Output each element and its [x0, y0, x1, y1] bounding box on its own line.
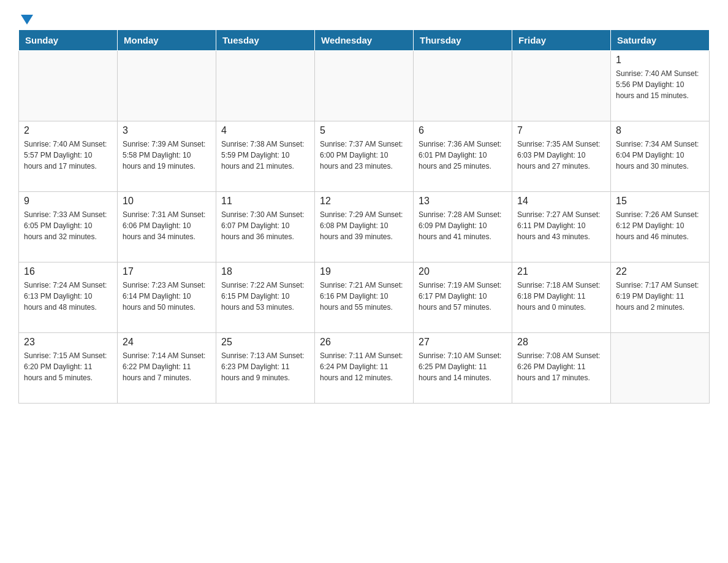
- calendar-cell: 9Sunrise: 7:33 AM Sunset: 6:05 PM Daylig…: [19, 192, 118, 262]
- day-info: Sunrise: 7:24 AM Sunset: 6:13 PM Dayligh…: [24, 280, 112, 313]
- calendar-cell: 26Sunrise: 7:11 AM Sunset: 6:24 PM Dayli…: [315, 333, 414, 404]
- calendar-cell: 27Sunrise: 7:10 AM Sunset: 6:25 PM Dayli…: [414, 333, 512, 404]
- calendar-cell: 12Sunrise: 7:29 AM Sunset: 6:08 PM Dayli…: [315, 192, 414, 262]
- calendar-cell: 20Sunrise: 7:19 AM Sunset: 6:17 PM Dayli…: [414, 262, 512, 333]
- calendar-cell: 28Sunrise: 7:08 AM Sunset: 6:26 PM Dayli…: [512, 333, 611, 404]
- calendar-cell: [315, 51, 414, 121]
- calendar-cell: 13Sunrise: 7:28 AM Sunset: 6:09 PM Dayli…: [414, 192, 512, 262]
- day-of-week-header: Wednesday: [315, 30, 414, 51]
- calendar-cell: 22Sunrise: 7:17 AM Sunset: 6:19 PM Dayli…: [611, 262, 710, 333]
- calendar-week-row: 23Sunrise: 7:15 AM Sunset: 6:20 PM Dayli…: [19, 333, 710, 404]
- day-info: Sunrise: 7:40 AM Sunset: 5:57 PM Dayligh…: [24, 139, 112, 172]
- day-number: 22: [616, 266, 704, 277]
- day-info: Sunrise: 7:13 AM Sunset: 6:23 PM Dayligh…: [221, 350, 309, 383]
- day-info: Sunrise: 7:23 AM Sunset: 6:14 PM Dayligh…: [123, 280, 211, 313]
- calendar-cell: 7Sunrise: 7:35 AM Sunset: 6:03 PM Daylig…: [512, 121, 611, 192]
- calendar-cell: 19Sunrise: 7:21 AM Sunset: 6:16 PM Dayli…: [315, 262, 414, 333]
- day-number: 11: [221, 196, 309, 207]
- day-number: 16: [24, 266, 112, 277]
- day-number: 18: [221, 266, 309, 277]
- calendar-cell: 3Sunrise: 7:39 AM Sunset: 5:58 PM Daylig…: [118, 121, 216, 192]
- day-number: 6: [419, 125, 507, 136]
- calendar-cell: [414, 51, 512, 121]
- day-number: 12: [320, 196, 408, 207]
- calendar-week-row: 1Sunrise: 7:40 AM Sunset: 5:56 PM Daylig…: [19, 51, 710, 121]
- day-of-week-header: Monday: [118, 30, 216, 51]
- calendar-cell: [19, 51, 118, 121]
- calendar-cell: [611, 333, 710, 404]
- page-header: [18, 12, 710, 23]
- day-info: Sunrise: 7:28 AM Sunset: 6:09 PM Dayligh…: [419, 209, 507, 242]
- day-number: 9: [24, 196, 112, 207]
- day-info: Sunrise: 7:34 AM Sunset: 6:04 PM Dayligh…: [616, 139, 704, 172]
- day-number: 26: [320, 337, 408, 348]
- day-info: Sunrise: 7:40 AM Sunset: 5:56 PM Dayligh…: [616, 68, 704, 101]
- calendar-cell: 25Sunrise: 7:13 AM Sunset: 6:23 PM Dayli…: [216, 333, 315, 404]
- calendar-week-row: 16Sunrise: 7:24 AM Sunset: 6:13 PM Dayli…: [19, 262, 710, 333]
- calendar-cell: 11Sunrise: 7:30 AM Sunset: 6:07 PM Dayli…: [216, 192, 315, 262]
- day-number: 7: [517, 125, 605, 136]
- day-info: Sunrise: 7:39 AM Sunset: 5:58 PM Dayligh…: [123, 139, 211, 172]
- calendar-header-row: SundayMondayTuesdayWednesdayThursdayFrid…: [19, 30, 710, 51]
- day-number: 1: [616, 55, 704, 66]
- calendar-cell: [118, 51, 216, 121]
- day-number: 21: [517, 266, 605, 277]
- calendar-cell: 23Sunrise: 7:15 AM Sunset: 6:20 PM Dayli…: [19, 333, 118, 404]
- day-info: Sunrise: 7:10 AM Sunset: 6:25 PM Dayligh…: [419, 350, 507, 383]
- calendar-week-row: 9Sunrise: 7:33 AM Sunset: 6:05 PM Daylig…: [19, 192, 710, 262]
- calendar-cell: 1Sunrise: 7:40 AM Sunset: 5:56 PM Daylig…: [611, 51, 710, 121]
- day-info: Sunrise: 7:35 AM Sunset: 6:03 PM Dayligh…: [517, 139, 605, 172]
- calendar-cell: [216, 51, 315, 121]
- calendar-cell: 10Sunrise: 7:31 AM Sunset: 6:06 PM Dayli…: [118, 192, 216, 262]
- calendar-cell: [512, 51, 611, 121]
- calendar-cell: 4Sunrise: 7:38 AM Sunset: 5:59 PM Daylig…: [216, 121, 315, 192]
- day-info: Sunrise: 7:27 AM Sunset: 6:11 PM Dayligh…: [517, 209, 605, 242]
- day-info: Sunrise: 7:36 AM Sunset: 6:01 PM Dayligh…: [419, 139, 507, 172]
- calendar-cell: 5Sunrise: 7:37 AM Sunset: 6:00 PM Daylig…: [315, 121, 414, 192]
- calendar-table: SundayMondayTuesdayWednesdayThursdayFrid…: [18, 29, 710, 404]
- calendar-week-row: 2Sunrise: 7:40 AM Sunset: 5:57 PM Daylig…: [19, 121, 710, 192]
- logo-triangle-icon: [21, 15, 33, 25]
- day-number: 5: [320, 125, 408, 136]
- day-info: Sunrise: 7:11 AM Sunset: 6:24 PM Dayligh…: [320, 350, 408, 383]
- calendar-cell: 17Sunrise: 7:23 AM Sunset: 6:14 PM Dayli…: [118, 262, 216, 333]
- day-info: Sunrise: 7:17 AM Sunset: 6:19 PM Dayligh…: [616, 280, 704, 313]
- day-number: 14: [517, 196, 605, 207]
- day-number: 10: [123, 196, 211, 207]
- calendar-cell: 18Sunrise: 7:22 AM Sunset: 6:15 PM Dayli…: [216, 262, 315, 333]
- day-number: 3: [123, 125, 211, 136]
- day-info: Sunrise: 7:29 AM Sunset: 6:08 PM Dayligh…: [320, 209, 408, 242]
- day-info: Sunrise: 7:30 AM Sunset: 6:07 PM Dayligh…: [221, 209, 309, 242]
- calendar-cell: 6Sunrise: 7:36 AM Sunset: 6:01 PM Daylig…: [414, 121, 512, 192]
- calendar-cell: 24Sunrise: 7:14 AM Sunset: 6:22 PM Dayli…: [118, 333, 216, 404]
- day-info: Sunrise: 7:08 AM Sunset: 6:26 PM Dayligh…: [517, 350, 605, 383]
- calendar-cell: 21Sunrise: 7:18 AM Sunset: 6:18 PM Dayli…: [512, 262, 611, 333]
- day-of-week-header: Saturday: [611, 30, 710, 51]
- day-of-week-header: Sunday: [19, 30, 118, 51]
- day-info: Sunrise: 7:22 AM Sunset: 6:15 PM Dayligh…: [221, 280, 309, 313]
- calendar-cell: 14Sunrise: 7:27 AM Sunset: 6:11 PM Dayli…: [512, 192, 611, 262]
- day-number: 27: [419, 337, 507, 348]
- calendar-cell: 2Sunrise: 7:40 AM Sunset: 5:57 PM Daylig…: [19, 121, 118, 192]
- day-number: 15: [616, 196, 704, 207]
- day-of-week-header: Tuesday: [216, 30, 315, 51]
- day-info: Sunrise: 7:33 AM Sunset: 6:05 PM Dayligh…: [24, 209, 112, 242]
- calendar-cell: 16Sunrise: 7:24 AM Sunset: 6:13 PM Dayli…: [19, 262, 118, 333]
- day-info: Sunrise: 7:26 AM Sunset: 6:12 PM Dayligh…: [616, 209, 704, 242]
- day-number: 17: [123, 266, 211, 277]
- day-number: 23: [24, 337, 112, 348]
- day-of-week-header: Friday: [512, 30, 611, 51]
- calendar-cell: 15Sunrise: 7:26 AM Sunset: 6:12 PM Dayli…: [611, 192, 710, 262]
- day-info: Sunrise: 7:18 AM Sunset: 6:18 PM Dayligh…: [517, 280, 605, 313]
- day-number: 28: [517, 337, 605, 348]
- day-number: 2: [24, 125, 112, 136]
- day-info: Sunrise: 7:14 AM Sunset: 6:22 PM Dayligh…: [123, 350, 211, 383]
- day-number: 20: [419, 266, 507, 277]
- day-info: Sunrise: 7:31 AM Sunset: 6:06 PM Dayligh…: [123, 209, 211, 242]
- day-number: 24: [123, 337, 211, 348]
- day-of-week-header: Thursday: [414, 30, 512, 51]
- day-info: Sunrise: 7:38 AM Sunset: 5:59 PM Dayligh…: [221, 139, 309, 172]
- day-number: 13: [419, 196, 507, 207]
- day-number: 25: [221, 337, 309, 348]
- day-number: 19: [320, 266, 408, 277]
